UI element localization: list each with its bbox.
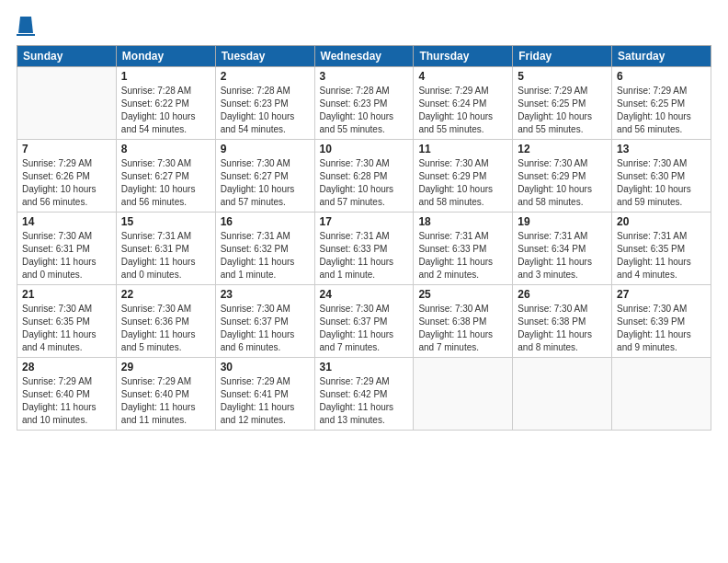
calendar-cell: 8Sunrise: 7:30 AM Sunset: 6:27 PM Daylig… [116,140,215,213]
day-info: Sunrise: 7:28 AM Sunset: 6:22 PM Dayligh… [121,85,210,136]
day-number: 27 [617,288,706,301]
day-info: Sunrise: 7:30 AM Sunset: 6:29 PM Dayligh… [518,157,607,209]
day-info: Sunrise: 7:28 AM Sunset: 6:23 PM Dayligh… [221,85,310,136]
calendar-week-3: 14Sunrise: 7:30 AM Sunset: 6:31 PM Dayli… [17,213,711,285]
day-number: 30 [221,361,310,373]
day-number: 4 [418,70,507,83]
weekday-header-wednesday: Wednesday [314,46,414,67]
weekday-header-friday: Friday [513,46,612,67]
day-info: Sunrise: 7:30 AM Sunset: 6:36 PM Dayligh… [121,303,210,354]
page: SundayMondayTuesdayWednesdayThursdayFrid… [0,0,728,563]
day-info: Sunrise: 7:30 AM Sunset: 6:37 PM Dayligh… [320,303,409,354]
day-number: 21 [22,288,111,301]
calendar-cell [414,358,513,431]
day-info: Sunrise: 7:31 AM Sunset: 6:33 PM Dayligh… [418,230,507,282]
day-number: 3 [320,70,409,83]
day-number: 1 [121,70,210,83]
calendar-cell: 31Sunrise: 7:29 AM Sunset: 6:42 PM Dayli… [314,358,414,431]
weekday-header-thursday: Thursday [414,46,513,67]
calendar-cell: 18Sunrise: 7:31 AM Sunset: 6:33 PM Dayli… [414,213,513,285]
day-number: 29 [121,361,210,373]
day-number: 9 [221,143,310,155]
day-number: 24 [320,288,409,301]
calendar-cell [17,67,117,140]
day-number: 11 [418,143,507,155]
calendar-header: SundayMondayTuesdayWednesdayThursdayFrid… [17,46,711,67]
day-number: 22 [121,288,210,301]
calendar-body: 1Sunrise: 7:28 AM Sunset: 6:22 PM Daylig… [17,67,711,431]
day-info: Sunrise: 7:29 AM Sunset: 6:25 PM Dayligh… [617,85,706,136]
header [17,17,711,36]
calendar-cell [513,358,612,431]
calendar-week-2: 7Sunrise: 7:29 AM Sunset: 6:26 PM Daylig… [17,140,711,213]
weekday-header-saturday: Saturday [612,46,711,67]
day-info: Sunrise: 7:30 AM Sunset: 6:35 PM Dayligh… [22,303,111,354]
calendar-cell: 9Sunrise: 7:30 AM Sunset: 6:27 PM Daylig… [215,140,314,213]
day-number: 18 [418,215,507,228]
day-info: Sunrise: 7:30 AM Sunset: 6:37 PM Dayligh… [221,303,310,354]
calendar-week-5: 28Sunrise: 7:29 AM Sunset: 6:40 PM Dayli… [17,358,711,431]
day-number: 26 [518,288,607,301]
calendar-cell: 6Sunrise: 7:29 AM Sunset: 6:25 PM Daylig… [612,67,711,140]
day-number: 19 [518,215,607,228]
calendar-cell: 29Sunrise: 7:29 AM Sunset: 6:40 PM Dayli… [116,358,215,431]
calendar-cell: 30Sunrise: 7:29 AM Sunset: 6:41 PM Dayli… [215,358,314,431]
day-info: Sunrise: 7:31 AM Sunset: 6:34 PM Dayligh… [518,230,607,282]
day-info: Sunrise: 7:30 AM Sunset: 6:29 PM Dayligh… [418,157,507,209]
day-info: Sunrise: 7:30 AM Sunset: 6:31 PM Dayligh… [22,230,111,282]
day-info: Sunrise: 7:30 AM Sunset: 6:28 PM Dayligh… [320,157,409,209]
day-info: Sunrise: 7:29 AM Sunset: 6:40 PM Dayligh… [121,375,210,427]
calendar-cell: 15Sunrise: 7:31 AM Sunset: 6:31 PM Dayli… [116,213,215,285]
day-info: Sunrise: 7:31 AM Sunset: 6:35 PM Dayligh… [617,230,706,282]
calendar-cell: 27Sunrise: 7:30 AM Sunset: 6:39 PM Dayli… [612,285,711,358]
day-number: 10 [320,143,409,155]
day-info: Sunrise: 7:30 AM Sunset: 6:39 PM Dayligh… [617,303,706,354]
calendar-week-1: 1Sunrise: 7:28 AM Sunset: 6:22 PM Daylig… [17,67,711,140]
calendar-cell: 22Sunrise: 7:30 AM Sunset: 6:36 PM Dayli… [116,285,215,358]
calendar-cell: 1Sunrise: 7:28 AM Sunset: 6:22 PM Daylig… [116,67,215,140]
calendar-cell: 20Sunrise: 7:31 AM Sunset: 6:35 PM Dayli… [612,213,711,285]
day-number: 5 [518,70,607,83]
day-number: 16 [221,215,310,228]
day-info: Sunrise: 7:29 AM Sunset: 6:26 PM Dayligh… [22,157,111,209]
day-number: 8 [121,143,210,155]
svg-marker-0 [18,17,33,33]
calendar-week-4: 21Sunrise: 7:30 AM Sunset: 6:35 PM Dayli… [17,285,711,358]
day-number: 12 [518,143,607,155]
day-number: 20 [617,215,706,228]
day-info: Sunrise: 7:31 AM Sunset: 6:33 PM Dayligh… [320,230,409,282]
day-number: 31 [320,361,409,373]
day-info: Sunrise: 7:31 AM Sunset: 6:32 PM Dayligh… [221,230,310,282]
calendar-cell: 2Sunrise: 7:28 AM Sunset: 6:23 PM Daylig… [215,67,314,140]
day-number: 17 [320,215,409,228]
calendar-cell: 7Sunrise: 7:29 AM Sunset: 6:26 PM Daylig… [17,140,117,213]
day-number: 15 [121,215,210,228]
day-number: 6 [617,70,706,83]
calendar-cell: 10Sunrise: 7:30 AM Sunset: 6:28 PM Dayli… [314,140,414,213]
calendar-cell: 12Sunrise: 7:30 AM Sunset: 6:29 PM Dayli… [513,140,612,213]
calendar-cell: 13Sunrise: 7:30 AM Sunset: 6:30 PM Dayli… [612,140,711,213]
day-info: Sunrise: 7:30 AM Sunset: 6:30 PM Dayligh… [617,157,706,209]
day-number: 25 [418,288,507,301]
day-info: Sunrise: 7:31 AM Sunset: 6:31 PM Dayligh… [121,230,210,282]
calendar-cell: 16Sunrise: 7:31 AM Sunset: 6:32 PM Dayli… [215,213,314,285]
calendar-cell: 3Sunrise: 7:28 AM Sunset: 6:23 PM Daylig… [314,67,414,140]
calendar-cell: 24Sunrise: 7:30 AM Sunset: 6:37 PM Dayli… [314,285,414,358]
weekday-header-sunday: Sunday [17,46,117,67]
calendar-cell: 28Sunrise: 7:29 AM Sunset: 6:40 PM Dayli… [17,358,117,431]
calendar-cell: 17Sunrise: 7:31 AM Sunset: 6:33 PM Dayli… [314,213,414,285]
day-info: Sunrise: 7:29 AM Sunset: 6:42 PM Dayligh… [320,375,409,427]
day-info: Sunrise: 7:30 AM Sunset: 6:38 PM Dayligh… [518,303,607,354]
day-number: 13 [617,143,706,155]
logo-underline [17,34,35,36]
day-number: 2 [221,70,310,83]
day-info: Sunrise: 7:30 AM Sunset: 6:27 PM Dayligh… [121,157,210,209]
calendar-cell: 26Sunrise: 7:30 AM Sunset: 6:38 PM Dayli… [513,285,612,358]
calendar-cell [612,358,711,431]
day-info: Sunrise: 7:29 AM Sunset: 6:24 PM Dayligh… [418,85,507,136]
weekday-header-tuesday: Tuesday [215,46,314,67]
day-info: Sunrise: 7:30 AM Sunset: 6:27 PM Dayligh… [221,157,310,209]
day-info: Sunrise: 7:30 AM Sunset: 6:38 PM Dayligh… [418,303,507,354]
calendar-cell: 23Sunrise: 7:30 AM Sunset: 6:37 PM Dayli… [215,285,314,358]
calendar-cell: 19Sunrise: 7:31 AM Sunset: 6:34 PM Dayli… [513,213,612,285]
